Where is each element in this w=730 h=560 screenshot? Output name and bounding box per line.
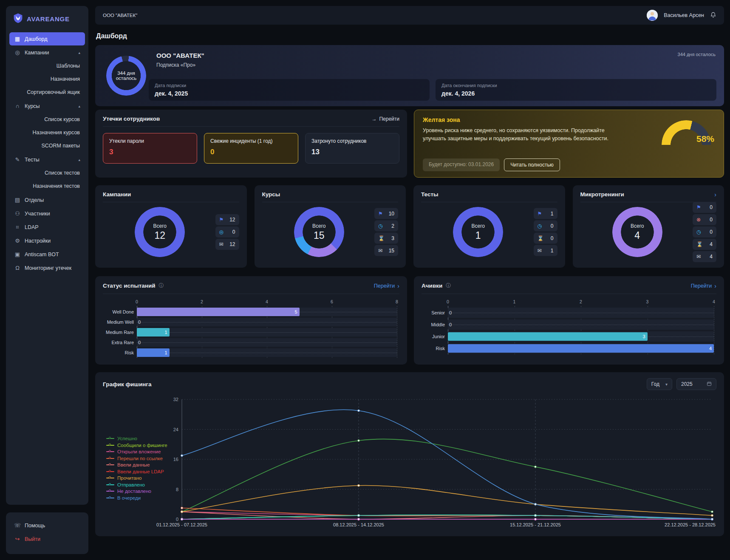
axis-tick: 8 [396, 299, 398, 304]
legend-item[interactable]: Перешли по ссылке [106, 456, 167, 461]
subscription-plan: Подписка «Про» [156, 62, 716, 68]
days-left-text: 344 дня осталось [678, 52, 716, 57]
clock-icon: ◷ [378, 223, 382, 229]
legend-item[interactable]: Ввели данные LDAP [106, 469, 167, 474]
bar-row: 5 [137, 307, 397, 317]
available-date-button[interactable]: Будет доступно: 03.01.2026 [423, 158, 500, 171]
stat-badge: ⌛0 [534, 233, 557, 244]
legend-label: Сообщили о фишинге [117, 443, 167, 448]
legend-item[interactable]: Открыли вложение [106, 449, 167, 454]
sidebar-item-courses[interactable]: ∩Курсы▴ [9, 99, 85, 113]
sidebar-item-course-assignments[interactable]: Назначения курсов [6, 126, 88, 139]
bar: 4 [448, 344, 714, 353]
subscription-start-box: Дата подписки дек. 4, 2025 [149, 79, 430, 101]
row-bar-charts: Статус испытанийⓘПерейти›Well DoneMedium… [95, 276, 724, 365]
stat-badge: ◷0 [693, 226, 716, 238]
leak-stat-box: Затронуто сотрудников13 [305, 133, 399, 164]
hourglass-icon: ⌛ [378, 235, 385, 241]
user-avatar[interactable] [647, 10, 658, 21]
phishing-title: График фишинга [103, 381, 151, 387]
sidebar-item-leak-monitoring[interactable]: ΩМониторинг утечек [9, 261, 85, 274]
sidebar-item-templates[interactable]: Шаблоны [6, 59, 88, 73]
legend-item[interactable]: В очереди [106, 495, 167, 501]
bar: 1 [137, 328, 170, 337]
courses-icon: ∩ [14, 103, 21, 109]
bar: 5 [137, 308, 300, 316]
legend-item[interactable]: Сообщили о фишинге [106, 443, 167, 448]
chevron-down-icon: ▾ [665, 382, 668, 387]
category-label: Junior [422, 331, 448, 342]
stat-badge: ⚑10 [374, 208, 398, 219]
leaks-go-link[interactable]: → Перейти [371, 116, 399, 122]
stat-badge: ◎0 [215, 226, 239, 238]
read-full-button[interactable]: Читать полностью [504, 158, 560, 171]
legend-label: В очереди [117, 495, 141, 501]
stat-badges: ⚑12◎0✉12 [215, 214, 239, 250]
brand-name: Avareange [27, 15, 70, 23]
sidebar-item-assignments[interactable]: Назначения [6, 73, 88, 86]
legend-item[interactable]: Прочитано [106, 475, 167, 481]
stat-total: Всего1 [453, 223, 503, 241]
subscription-dates: Дата подписки дек. 4, 2025 Дата окончани… [149, 79, 716, 101]
app-root: Avareange ▦Дашборд◎Кампании▴ШаблоныНазна… [0, 0, 730, 560]
sidebar-item-antiscam-bot[interactable]: ▣Antiscam BOT [9, 248, 85, 261]
legend-label: Не доставлено [117, 489, 151, 494]
sidebar-item-help[interactable]: ☏Помощь [9, 519, 85, 532]
members-icon: ⚇ [14, 210, 21, 217]
leaks-title: Утечки сотрудников [103, 116, 160, 122]
bar-zero-label: 0 [138, 320, 141, 325]
legend-item[interactable]: Отправлено [106, 482, 167, 487]
stat-card-go-link[interactable]: › [714, 192, 716, 198]
sidebar-item-test-assignments[interactable]: Назначения тестов [6, 180, 88, 193]
year-picker[interactable]: 2025 [676, 378, 716, 390]
category-label: Risk [422, 342, 448, 354]
sidebar-item-tests[interactable]: ✎Тесты▴ [9, 153, 85, 166]
row-leaks-risk: Утечки сотрудников → Перейти Утекли паро… [95, 110, 724, 178]
sidebar-item-ldap[interactable]: ⌗LDAP [9, 221, 85, 234]
sidebar-item-logout[interactable]: ↪Выйти [9, 532, 85, 546]
period-select[interactable]: Год ▾ [647, 378, 672, 390]
page-title: Дашборд [96, 32, 723, 40]
sidebar-item-departments[interactable]: ▤Отделы [9, 193, 85, 206]
phishing-chart: 0816243201.12.2025 - 07.12.202508.12.202… [103, 392, 716, 529]
legend-item[interactable]: Ввели данные [106, 462, 167, 467]
sidebar-item-sorting-box[interactable]: Сортировочный ящик [6, 86, 88, 99]
org-name: ООО "АВАТЕК" [103, 13, 137, 18]
axis-tick: 4 [266, 299, 268, 304]
legend-item[interactable]: Успешно [106, 436, 167, 441]
bar-row: 0 [448, 307, 714, 319]
user-name[interactable]: Васильев Арсен [664, 12, 704, 18]
campaigns-icon: ◎ [14, 49, 21, 56]
risk-buttons: Будет доступно: 03.01.2026 Читать полнос… [423, 158, 560, 171]
chart-go-link[interactable]: Перейти› [691, 283, 716, 289]
mail-check-icon: ✉ [538, 248, 542, 254]
bell-icon[interactable] [710, 11, 716, 20]
stat-badge: ✉1 [534, 245, 557, 256]
stat-card-title: Тесты [421, 191, 439, 198]
risk-zone-card: Желтая зона Уровень риска ниже среднего,… [414, 110, 724, 178]
stat-cards-row: КампанииВсего12⚑12◎0✉12КурсыВсего15⚑10◷2… [95, 185, 724, 268]
collapse-icon[interactable]: ▴ [78, 158, 80, 162]
sidebar-item-members[interactable]: ⚇Участники [9, 207, 85, 220]
category-label: Middle [422, 319, 448, 331]
risk-percent: 58% [696, 134, 714, 144]
phishing-chart-card: График фишинга Год ▾ 2025 [95, 372, 724, 536]
y-axis-label: 0 [160, 517, 178, 522]
collapse-icon[interactable]: ▴ [78, 104, 80, 108]
sidebar-item-dashboard[interactable]: ▦Дашборд [9, 32, 85, 45]
collapse-icon[interactable]: ▴ [78, 51, 80, 55]
legend-item[interactable]: Не доставлено [106, 489, 167, 494]
sidebar-item-campaigns[interactable]: ◎Кампании▴ [9, 46, 85, 59]
stat-total: Всего15 [294, 223, 344, 241]
sidebar-item-test-list[interactable]: Список тестов [6, 167, 88, 180]
chart-title: Статус испытаний [103, 283, 156, 289]
info-icon[interactable]: ⓘ [446, 282, 451, 289]
sidebar-item-settings[interactable]: ⚙Настройки [9, 234, 85, 247]
calendar-icon [707, 381, 712, 387]
sidebar-item-scorm-packages[interactable]: SCORM пакеты [6, 139, 88, 153]
bar-row: 1 [137, 327, 397, 337]
sidebar-item-course-list[interactable]: Список курсов [6, 113, 88, 126]
ldap-icon: ⌗ [14, 224, 21, 231]
chart-go-link[interactable]: Перейти› [374, 283, 399, 289]
info-icon[interactable]: ⓘ [159, 282, 164, 289]
